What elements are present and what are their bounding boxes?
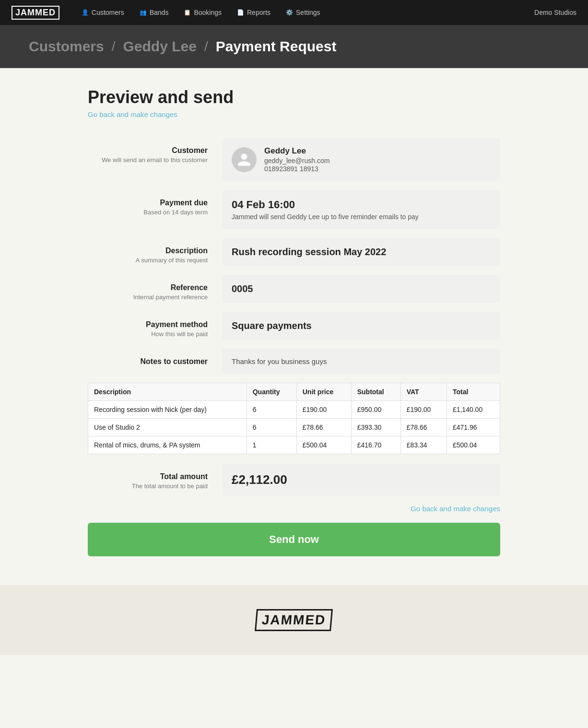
nav-logo: JAMMED [12, 6, 59, 20]
total-row: Total amount The total amount to be paid… [88, 464, 500, 496]
notes-label-cell: Notes to customer [88, 349, 222, 374]
notes-label: Notes to customer [88, 357, 208, 366]
cell-0-4: £190.00 [400, 401, 447, 419]
notes-row: Notes to customer Thanks for you busines… [88, 349, 500, 374]
total-label: Total amount [88, 472, 208, 481]
nav-item-customers[interactable]: 👤 Customers [75, 6, 131, 19]
go-back-top-link[interactable]: Go back and make changes [88, 110, 500, 118]
payment-due-value-cell: 04 Feb 16:00 Jammed will send Geddy Lee … [222, 190, 500, 229]
customer-card: Geddy Lee geddy_lee@rush.com 018923891 1… [232, 146, 491, 173]
account-name: Demo Studios [534, 9, 576, 16]
payment-due-label: Payment due [88, 199, 208, 207]
cell-1-3: £393.30 [351, 419, 400, 436]
nav-item-reports[interactable]: 📄 Reports [230, 6, 277, 19]
total-label-cell: Total amount The total amount to be paid [88, 464, 222, 496]
cell-2-0: Rental of mics, drums, & PA system [88, 436, 247, 454]
send-now-button[interactable]: Send now [88, 523, 500, 556]
description-sub: A summary of this request [88, 257, 208, 264]
nav-item-settings[interactable]: ⚙️ Settings [279, 6, 327, 19]
notes-value-cell: Thanks for you business guys [222, 349, 500, 374]
cell-2-3: £416.70 [351, 436, 400, 454]
footer-logo: JAMMED [255, 609, 333, 631]
breadcrumb-payment-request: Payment Request [216, 38, 337, 55]
cell-1-2: £78.66 [296, 419, 351, 436]
col-subtotal: Subtotal [351, 383, 400, 401]
bookings-icon: 📋 [184, 9, 191, 16]
cell-2-1: 1 [247, 436, 296, 454]
cell-1-4: £78.66 [400, 419, 447, 436]
customer-name: Geddy Lee [264, 146, 329, 156]
payment-method-row: Payment method How this will be paid Squ… [88, 312, 500, 340]
table-body: Recording session with Nick (per day)6£1… [88, 401, 500, 454]
nav-label-bands: Bands [150, 9, 169, 16]
payment-method-value: Square payments [232, 320, 491, 331]
breadcrumb-sep-1: / [112, 39, 116, 54]
description-row: Description A summary of this request Ru… [88, 238, 500, 266]
cell-0-2: £190.00 [296, 401, 351, 419]
table-header-row: Description Quantity Unit price Subtotal… [88, 383, 500, 401]
cell-1-0: Use of Studio 2 [88, 419, 247, 436]
reference-sub: Internal payment reference [88, 294, 208, 301]
avatar-icon [236, 152, 252, 167]
bands-icon: 👥 [140, 9, 147, 16]
cell-1-5: £471.96 [447, 419, 500, 436]
cell-0-0: Recording session with Nick (per day) [88, 401, 247, 419]
table-row: Rental of mics, drums, & PA system1£500.… [88, 436, 500, 454]
nav-label-settings: Settings [296, 9, 320, 16]
total-value: £2,112.00 [232, 472, 491, 487]
cell-2-4: £83.34 [400, 436, 447, 454]
cell-2-5: £500.04 [447, 436, 500, 454]
nav-items: 👤 Customers 👥 Bands 📋 Bookings 📄 Reports… [75, 6, 534, 19]
cell-0-3: £950.00 [351, 401, 400, 419]
col-total: Total [447, 383, 500, 401]
cell-0-1: 6 [247, 401, 296, 419]
col-quantity: Quantity [247, 383, 296, 401]
go-back-bottom-link[interactable]: Go back and make changes [411, 505, 500, 513]
description-label: Description [88, 247, 208, 255]
footer: JAMMED [0, 585, 588, 655]
payment-method-label-cell: Payment method How this will be paid [88, 312, 222, 340]
navigation: JAMMED 👤 Customers 👥 Bands 📋 Bookings 📄 … [0, 0, 588, 25]
payment-due-label-cell: Payment due Based on 14 days term [88, 190, 222, 229]
cell-2-2: £500.04 [296, 436, 351, 454]
breadcrumb-customers[interactable]: Customers [29, 38, 104, 55]
breadcrumb: Customers / Geddy Lee / Payment Request [29, 38, 559, 55]
breadcrumb-geddy[interactable]: Geddy Lee [123, 38, 197, 55]
payment-due-description: Jammed will send Geddy Lee up to five re… [232, 213, 491, 221]
reference-label-cell: Reference Internal payment reference [88, 275, 222, 303]
customer-phone: 018923891 18913 [264, 165, 329, 173]
customer-info: Geddy Lee geddy_lee@rush.com 018923891 1… [264, 146, 329, 173]
cell-0-5: £1,140.00 [447, 401, 500, 419]
invoice-table: Description Quantity Unit price Subtotal… [88, 383, 500, 454]
page-title: Preview and send [88, 87, 500, 107]
payment-due-sub: Based on 14 days term [88, 209, 208, 216]
col-unit-price: Unit price [296, 383, 351, 401]
settings-icon: ⚙️ [286, 9, 293, 16]
reference-row: Reference Internal payment reference 000… [88, 275, 500, 303]
back-link-right-container: Go back and make changes [88, 505, 500, 513]
payment-method-label: Payment method [88, 320, 208, 329]
table-row: Recording session with Nick (per day)6£1… [88, 401, 500, 419]
customers-icon: 👤 [82, 9, 89, 16]
nav-label-reports: Reports [247, 9, 270, 16]
nav-item-bookings[interactable]: 📋 Bookings [177, 6, 228, 19]
description-value: Rush recording session May 2022 [232, 247, 491, 258]
reports-icon: 📄 [237, 9, 244, 16]
reference-value-cell: 0005 [222, 275, 500, 303]
payment-method-value-cell: Square payments [222, 312, 500, 340]
customer-row: Customer We will send an email to this c… [88, 138, 500, 181]
col-vat: VAT [400, 383, 447, 401]
customer-label: Customer [88, 146, 208, 155]
total-sub: The total amount to be paid [88, 482, 208, 490]
payment-method-sub: How this will be paid [88, 330, 208, 338]
description-label-cell: Description A summary of this request [88, 238, 222, 266]
customer-email: geddy_lee@rush.com [264, 157, 329, 164]
cell-1-1: 6 [247, 419, 296, 436]
col-description: Description [88, 383, 247, 401]
avatar [232, 147, 257, 172]
nav-item-bands[interactable]: 👥 Bands [133, 6, 176, 19]
table-row: Use of Studio 26£78.66£393.30£78.66£471.… [88, 419, 500, 436]
description-value-cell: Rush recording session May 2022 [222, 238, 500, 266]
customer-label-cell: Customer We will send an email to this c… [88, 138, 222, 181]
main-content: Preview and send Go back and make change… [59, 68, 529, 585]
